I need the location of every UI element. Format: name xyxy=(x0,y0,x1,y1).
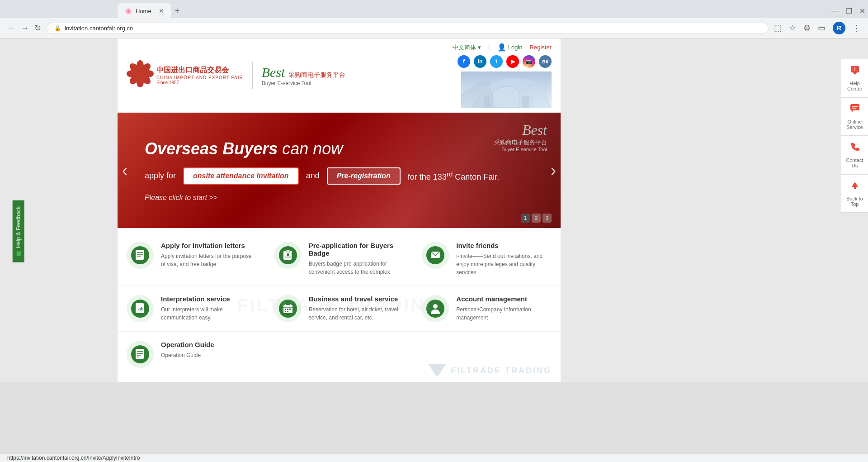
contact-us-button[interactable]: Contact Us xyxy=(841,136,868,174)
banner-next-button[interactable]: › xyxy=(551,161,556,180)
service-operation-guide[interactable]: Operation Guide Operation Guide xyxy=(118,332,265,377)
service-icon-2 xyxy=(279,246,297,264)
register-button[interactable]: Register xyxy=(530,44,552,51)
right-padding xyxy=(561,38,868,382)
twitter-icon[interactable]: t xyxy=(490,55,503,68)
svg-marker-40 xyxy=(853,72,857,75)
service-title-3: Invite friends xyxy=(456,242,552,249)
maximize-button[interactable]: ❐ xyxy=(843,6,855,16)
service-icon-1 xyxy=(131,246,149,264)
filtrade-bottom: FILTRADE TRADING xyxy=(428,364,552,377)
cast-icon[interactable]: ⬚ xyxy=(774,23,782,33)
service-title-2: Pre-application for Buyers Badge xyxy=(309,242,404,257)
forward-button[interactable]: → xyxy=(21,24,29,33)
filtrade-text: FILTRADE TRADING xyxy=(451,366,552,376)
service-icon-circle-1 xyxy=(127,242,154,269)
service-title-7: Operation Guide xyxy=(161,341,214,348)
banner-title-normal: can now xyxy=(278,139,343,158)
banner-for-text: for the 133rd Canton Fair. xyxy=(408,170,499,182)
best-script: Best xyxy=(262,65,285,80)
back-to-top-button[interactable]: Back to Top xyxy=(841,174,868,213)
service-invitation-letters[interactable]: Apply for invitation letters Apply invit… xyxy=(118,233,265,286)
login-button[interactable]: 👤 Login xyxy=(497,43,523,52)
bookmark-icon[interactable]: ☆ xyxy=(789,23,796,33)
svg-rect-12 xyxy=(522,96,529,108)
language-button[interactable]: 中文简体 ▾ xyxy=(453,43,481,52)
services-grid: Apply for invitation letters Apply invit… xyxy=(118,228,561,382)
svg-rect-18 xyxy=(286,250,290,252)
service-title-5: Business and travel service xyxy=(309,295,404,303)
extensions-icon[interactable]: ⚙ xyxy=(803,23,811,33)
service-icon-5 xyxy=(279,300,297,318)
banner-preregistration-button[interactable]: Pre-registration xyxy=(327,167,401,185)
service-desc-5: Reservation for hotel, air ticket, trave… xyxy=(309,305,404,322)
banner-click-text[interactable]: Please click to start >> xyxy=(145,194,499,202)
service-buyers-badge[interactable]: Pre-application for Buyers Badge Buyers … xyxy=(265,233,413,286)
content-wrapper: 中国进出口商品交易会 CHINA IMPORT AND EXPORT FAIR … xyxy=(0,38,868,382)
service-invite-friends[interactable]: Invite friends i-Invite——Send out invita… xyxy=(413,233,561,286)
banner-content: Overseas Buyers can now apply for onsite… xyxy=(118,126,526,215)
services-section: FILTRADE TRADING xyxy=(118,228,561,382)
status-url: https://invitation.cantonfair.org.cn/Inv… xyxy=(7,455,140,461)
online-service-button[interactable]: Online Service xyxy=(841,97,868,136)
help-label: Help Centre xyxy=(845,81,864,91)
filtrade-triangle-icon xyxy=(428,364,446,377)
banner[interactable]: Overseas Buyers can now apply for onsite… xyxy=(118,113,561,228)
youtube-icon[interactable]: ▶ xyxy=(506,55,519,68)
minimize-button[interactable]: — xyxy=(829,6,841,16)
browser-actions: ⬚ ☆ ⚙ ▭ R ⋮ xyxy=(774,22,861,34)
service-desc-6: Personal/Company Information management xyxy=(456,305,552,322)
sidebar-icon[interactable]: ▭ xyxy=(818,23,826,33)
service-icon-circle-3 xyxy=(422,242,449,269)
svg-rect-32 xyxy=(287,311,288,312)
contact-us-label: Contact Us xyxy=(845,157,864,168)
menu-icon[interactable]: ⋮ xyxy=(853,23,861,33)
service-account-management[interactable]: Account management Personal/Company Info… xyxy=(413,286,561,332)
svg-point-33 xyxy=(433,304,438,309)
service-text-6: Account management Personal/Company Info… xyxy=(456,295,552,322)
profile-button[interactable]: R xyxy=(833,22,845,34)
svg-rect-11 xyxy=(484,96,491,108)
service-business-travel[interactable]: Business and travel service Reservation … xyxy=(265,286,413,332)
header-top-right: 中文简体 ▾ | 👤 Login Register xyxy=(453,43,552,52)
feedback-tab[interactable]: Help & Feedback xyxy=(13,200,24,262)
banner-and: and xyxy=(306,171,320,181)
service-desc-3: i-Invite——Send out invitations, and enjo… xyxy=(456,252,552,276)
banner-invitation-button[interactable]: onsite attendance Invitation xyxy=(183,167,299,185)
back-to-top-label: Back to Top xyxy=(845,196,864,207)
tab-favicon: 🌸 xyxy=(125,8,132,14)
logo-right: Best 采购商电子服务平台 Buyer E-service Tool xyxy=(262,65,346,86)
back-button[interactable]: ← xyxy=(7,24,15,33)
browser-chrome: 🌸 Home ✕ + — ❐ ✕ ← → ↻ 🔒 invitation.cant… xyxy=(0,0,868,38)
lock-icon: 🔒 xyxy=(54,25,61,31)
reload-button[interactable]: ↻ xyxy=(34,23,41,33)
instagram-icon[interactable]: 📷 xyxy=(523,55,535,68)
service-icon-circle-5 xyxy=(274,295,302,322)
logo-area: 中国进出口商品交易会 CHINA IMPORT AND EXPORT FAIR … xyxy=(127,60,345,91)
service-interpretation[interactable]: abc Interpretation service Our interpret… xyxy=(118,286,265,332)
service-icon-circle-2 xyxy=(274,242,302,269)
active-tab[interactable]: 🌸 Home ✕ xyxy=(118,3,171,19)
window-controls: — ❐ ✕ xyxy=(829,6,868,16)
phone-icon xyxy=(849,142,860,155)
service-text-4: Interpretation service Our interpreters … xyxy=(161,295,256,322)
logo-divider xyxy=(252,62,253,89)
vk-icon[interactable]: вк xyxy=(539,55,552,68)
service-text-1: Apply for invitation letters Apply invit… xyxy=(161,242,256,268)
banner-title: Overseas Buyers can now xyxy=(145,139,499,158)
service-icon-3 xyxy=(426,246,444,264)
arrow-up-icon xyxy=(849,180,860,193)
facebook-icon[interactable]: f xyxy=(458,55,470,68)
help-centre-button[interactable]: ! Help Centre xyxy=(841,59,868,97)
banner-prev-button[interactable]: ‹ xyxy=(122,161,127,180)
tab-close-button[interactable]: ✕ xyxy=(159,7,164,14)
service-text-3: Invite friends i-Invite——Send out invita… xyxy=(456,242,552,276)
new-tab-button[interactable]: + xyxy=(175,6,180,16)
svg-rect-29 xyxy=(287,309,288,310)
linkedin-icon[interactable]: in xyxy=(474,55,486,68)
address-bar[interactable]: 🔒 invitation.cantonfair.org.cn xyxy=(47,23,769,34)
service-desc-1: Apply invitation letters for the purpose… xyxy=(161,252,256,268)
close-window-button[interactable]: ✕ xyxy=(857,6,868,16)
social-icons: f in t ▶ 📷 вк xyxy=(458,55,552,68)
service-text-5: Business and travel service Reservation … xyxy=(309,295,404,322)
